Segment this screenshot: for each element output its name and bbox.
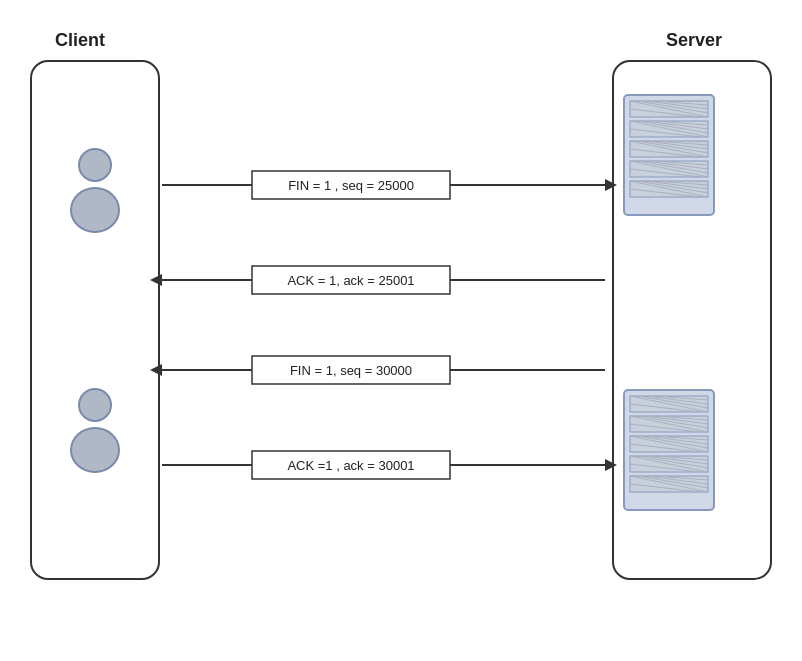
svg-text:FIN = 1 , seq = 25000: FIN = 1 , seq = 25000 (288, 178, 414, 193)
svg-rect-8 (252, 171, 450, 199)
server-label: Server (666, 30, 722, 51)
client-label: Client (55, 30, 105, 51)
svg-rect-10 (252, 266, 450, 294)
svg-text:ACK = 1, ack = 25001: ACK = 1, ack = 25001 (287, 273, 414, 288)
client-box (30, 60, 160, 580)
svg-rect-14 (252, 451, 450, 479)
server-box (612, 60, 772, 580)
svg-text:ACK =1 , ack = 30001: ACK =1 , ack = 30001 (287, 458, 414, 473)
diagram-container: Client Server FIN = 1 , seq = 25000 ACK … (0, 0, 802, 661)
svg-rect-12 (252, 356, 450, 384)
svg-text:FIN = 1, seq = 30000: FIN = 1, seq = 30000 (290, 363, 412, 378)
